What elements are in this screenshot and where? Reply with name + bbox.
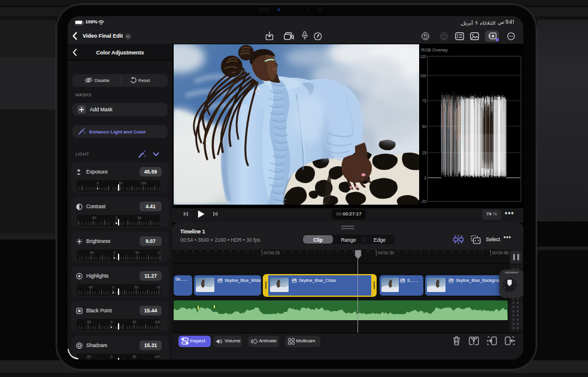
svg-text:75: 75 [422, 99, 427, 103]
svg-text:120: 120 [420, 54, 426, 59]
svg-text:50: 50 [422, 124, 427, 129]
svg-text:25: 25 [422, 151, 427, 155]
svg-text:100: 100 [420, 74, 426, 78]
svg-text:0: 0 [424, 176, 426, 180]
svg-text:RGB Overlay: RGB Overlay [422, 47, 448, 53]
svg-text:-20: -20 [421, 199, 427, 203]
